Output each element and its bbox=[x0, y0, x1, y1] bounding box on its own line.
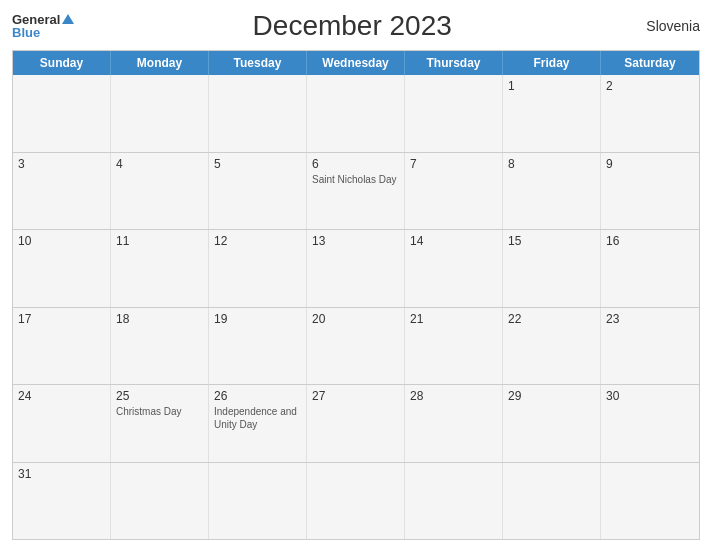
day-number: 21 bbox=[410, 312, 497, 326]
calendar-cell: 6Saint Nicholas Day bbox=[307, 153, 405, 230]
calendar-cell: 19 bbox=[209, 308, 307, 385]
day-number: 25 bbox=[116, 389, 203, 403]
calendar-cell: 10 bbox=[13, 230, 111, 307]
day-number: 4 bbox=[116, 157, 203, 171]
calendar-cell bbox=[209, 75, 307, 152]
calendar-cell: 30 bbox=[601, 385, 699, 462]
day-number: 27 bbox=[312, 389, 399, 403]
calendar-cell: 4 bbox=[111, 153, 209, 230]
calendar-cell: 29 bbox=[503, 385, 601, 462]
calendar-cell: 13 bbox=[307, 230, 405, 307]
calendar-cell: 20 bbox=[307, 308, 405, 385]
calendar-cell: 9 bbox=[601, 153, 699, 230]
calendar-cell: 16 bbox=[601, 230, 699, 307]
day-number: 1 bbox=[508, 79, 595, 93]
day-number: 11 bbox=[116, 234, 203, 248]
day-number: 6 bbox=[312, 157, 399, 171]
weekday-header: Sunday bbox=[13, 51, 111, 75]
calendar-cell: 2 bbox=[601, 75, 699, 152]
calendar-week: 12 bbox=[13, 75, 699, 153]
page: General Blue December 2023 Slovenia Sund… bbox=[0, 0, 712, 550]
weekday-header: Saturday bbox=[601, 51, 699, 75]
calendar-week: 2425Christmas Day26Independence and Unit… bbox=[13, 385, 699, 463]
calendar-cell bbox=[405, 75, 503, 152]
calendar-cell: 14 bbox=[405, 230, 503, 307]
calendar-cell: 25Christmas Day bbox=[111, 385, 209, 462]
calendar-cell: 24 bbox=[13, 385, 111, 462]
calendar-cell bbox=[13, 75, 111, 152]
calendar-week: 31 bbox=[13, 463, 699, 540]
day-number: 12 bbox=[214, 234, 301, 248]
logo-triangle-icon bbox=[62, 14, 74, 24]
day-number: 15 bbox=[508, 234, 595, 248]
day-number: 16 bbox=[606, 234, 694, 248]
day-number: 24 bbox=[18, 389, 105, 403]
day-number: 31 bbox=[18, 467, 105, 481]
day-number: 14 bbox=[410, 234, 497, 248]
calendar-cell: 27 bbox=[307, 385, 405, 462]
calendar-cell: 28 bbox=[405, 385, 503, 462]
logo-text: General Blue bbox=[12, 13, 74, 39]
calendar-week: 10111213141516 bbox=[13, 230, 699, 308]
day-number: 29 bbox=[508, 389, 595, 403]
calendar-cell: 21 bbox=[405, 308, 503, 385]
calendar-week: 17181920212223 bbox=[13, 308, 699, 386]
weekday-header: Tuesday bbox=[209, 51, 307, 75]
calendar-cell: 7 bbox=[405, 153, 503, 230]
day-number: 3 bbox=[18, 157, 105, 171]
calendar-cell: 1 bbox=[503, 75, 601, 152]
calendar-header: SundayMondayTuesdayWednesdayThursdayFrid… bbox=[13, 51, 699, 75]
holiday-label: Christmas Day bbox=[116, 405, 203, 418]
calendar-cell bbox=[405, 463, 503, 540]
calendar-cell bbox=[111, 75, 209, 152]
country-label: Slovenia bbox=[630, 18, 700, 34]
calendar-cell: 26Independence and Unity Day bbox=[209, 385, 307, 462]
weekday-header: Thursday bbox=[405, 51, 503, 75]
calendar-cell: 22 bbox=[503, 308, 601, 385]
day-number: 28 bbox=[410, 389, 497, 403]
day-number: 2 bbox=[606, 79, 694, 93]
calendar-cell: 11 bbox=[111, 230, 209, 307]
calendar-cell: 12 bbox=[209, 230, 307, 307]
day-number: 8 bbox=[508, 157, 595, 171]
day-number: 10 bbox=[18, 234, 105, 248]
calendar: SundayMondayTuesdayWednesdayThursdayFrid… bbox=[12, 50, 700, 540]
calendar-cell bbox=[503, 463, 601, 540]
weekday-header: Wednesday bbox=[307, 51, 405, 75]
day-number: 18 bbox=[116, 312, 203, 326]
header: General Blue December 2023 Slovenia bbox=[12, 10, 700, 42]
calendar-week: 3456Saint Nicholas Day789 bbox=[13, 153, 699, 231]
calendar-cell: 18 bbox=[111, 308, 209, 385]
calendar-body: 123456Saint Nicholas Day7891011121314151… bbox=[13, 75, 699, 539]
logo: General Blue bbox=[12, 13, 74, 39]
calendar-cell bbox=[601, 463, 699, 540]
day-number: 30 bbox=[606, 389, 694, 403]
calendar-cell bbox=[209, 463, 307, 540]
day-number: 17 bbox=[18, 312, 105, 326]
weekday-header: Friday bbox=[503, 51, 601, 75]
calendar-cell: 31 bbox=[13, 463, 111, 540]
calendar-cell: 15 bbox=[503, 230, 601, 307]
calendar-cell: 23 bbox=[601, 308, 699, 385]
holiday-label: Independence and Unity Day bbox=[214, 405, 301, 431]
day-number: 26 bbox=[214, 389, 301, 403]
calendar-cell: 3 bbox=[13, 153, 111, 230]
day-number: 22 bbox=[508, 312, 595, 326]
day-number: 19 bbox=[214, 312, 301, 326]
day-number: 5 bbox=[214, 157, 301, 171]
day-number: 9 bbox=[606, 157, 694, 171]
calendar-cell: 17 bbox=[13, 308, 111, 385]
holiday-label: Saint Nicholas Day bbox=[312, 173, 399, 186]
calendar-cell: 5 bbox=[209, 153, 307, 230]
weekday-header: Monday bbox=[111, 51, 209, 75]
calendar-cell bbox=[307, 463, 405, 540]
day-number: 7 bbox=[410, 157, 497, 171]
calendar-cell bbox=[111, 463, 209, 540]
calendar-cell bbox=[307, 75, 405, 152]
logo-blue-text: Blue bbox=[12, 26, 74, 39]
day-number: 23 bbox=[606, 312, 694, 326]
page-title: December 2023 bbox=[74, 10, 630, 42]
calendar-cell: 8 bbox=[503, 153, 601, 230]
day-number: 20 bbox=[312, 312, 399, 326]
day-number: 13 bbox=[312, 234, 399, 248]
